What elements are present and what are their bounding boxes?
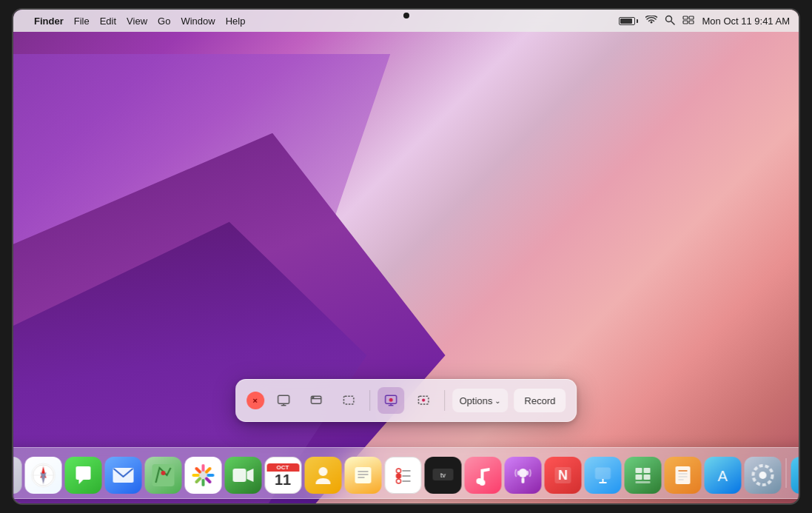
app-name[interactable]: Finder — [34, 16, 64, 27]
menu-go[interactable]: Go — [158, 16, 170, 27]
desktop: Finder File Edit View Go Window Help — [13, 10, 799, 503]
svg-rect-2 — [683, 16, 688, 19]
svg-point-55 — [396, 479, 400, 483]
search-icon[interactable] — [665, 15, 675, 27]
camera-notch — [403, 13, 409, 19]
screenshot-toolbar: × — [235, 379, 577, 422]
menu-edit[interactable]: Edit — [100, 16, 116, 27]
record-entire-screen-button[interactable] — [378, 387, 404, 414]
svg-rect-4 — [683, 21, 688, 24]
mac-frame: Finder File Edit View Go Window Help — [12, 8, 800, 505]
toolbar-separator-1 — [369, 390, 370, 411]
svg-rect-68 — [635, 468, 642, 473]
dock-app-music[interactable] — [464, 457, 501, 494]
datetime: Mon Oct 11 9:41 AM — [702, 16, 790, 27]
dock-app-facetime[interactable] — [224, 457, 261, 494]
battery-tip — [637, 19, 638, 23]
svg-rect-73 — [675, 466, 690, 484]
svg-text:N: N — [558, 468, 568, 483]
close-button[interactable]: × — [246, 392, 264, 409]
svg-point-16 — [389, 398, 392, 402]
svg-rect-3 — [689, 16, 694, 19]
svg-point-11 — [312, 397, 314, 398]
svg-text:tv: tv — [440, 472, 446, 479]
svg-marker-45 — [246, 469, 253, 482]
menubar-left: Finder File Edit View Go Window Help — [22, 16, 245, 27]
battery-icon — [619, 17, 638, 25]
capture-entire-screen-button[interactable] — [270, 387, 297, 414]
svg-point-61 — [518, 469, 527, 477]
dock-app-numbers[interactable] — [624, 457, 661, 494]
svg-rect-6 — [278, 395, 289, 403]
svg-point-79 — [759, 472, 766, 479]
dock-app-photos[interactable] — [184, 457, 221, 494]
dock-app-podcasts[interactable] — [504, 457, 541, 494]
svg-point-0 — [666, 16, 672, 21]
dock-app-calendar[interactable]: OCT 11 — [264, 457, 301, 494]
dock-app-contacts[interactable] — [304, 457, 341, 494]
svg-line-1 — [671, 21, 674, 24]
dock-app-appletv[interactable]: tv — [424, 457, 461, 494]
dock-app-mail[interactable] — [104, 457, 141, 494]
menubar-right: Mon Oct 11 9:41 AM — [619, 15, 790, 27]
dock-app-screentime[interactable] — [791, 457, 799, 494]
dock-separator — [785, 458, 786, 488]
dock-app-keynote[interactable] — [584, 457, 621, 494]
svg-point-18 — [422, 399, 425, 402]
svg-point-51 — [396, 469, 400, 473]
svg-rect-62 — [521, 477, 524, 483]
svg-rect-65 — [595, 468, 610, 479]
menu-window[interactable]: Window — [181, 16, 215, 27]
toolbar-separator-2 — [444, 390, 445, 411]
svg-rect-5 — [689, 21, 694, 24]
dock-app-reminders[interactable] — [384, 457, 421, 494]
svg-rect-47 — [355, 467, 371, 483]
options-label: Options — [460, 395, 493, 406]
dock: OCT 11 — [13, 447, 799, 499]
svg-rect-71 — [643, 475, 650, 480]
dock-app-appstore[interactable]: A — [704, 457, 741, 494]
dock-app-safari[interactable] — [24, 457, 61, 494]
options-button[interactable]: Options ⌄ — [452, 389, 509, 412]
wifi-icon — [645, 16, 657, 27]
svg-rect-44 — [232, 469, 246, 482]
svg-point-60 — [479, 480, 485, 486]
svg-text:A: A — [717, 468, 728, 484]
svg-rect-72 — [635, 481, 650, 483]
battery-fill — [620, 19, 631, 24]
dock-app-notes[interactable] — [344, 457, 381, 494]
svg-point-46 — [318, 467, 327, 476]
dock-app-messages[interactable] — [64, 457, 101, 494]
svg-rect-70 — [635, 475, 642, 480]
svg-rect-69 — [643, 468, 650, 473]
dock-app-news[interactable]: N — [544, 457, 581, 494]
battery-body — [619, 17, 635, 25]
dock-app-systemprefs[interactable] — [744, 457, 781, 494]
svg-point-53 — [396, 474, 400, 478]
control-center-icon[interactable] — [682, 16, 694, 27]
svg-point-42 — [161, 471, 165, 475]
capture-window-button[interactable] — [303, 387, 329, 414]
capture-selection-button[interactable] — [335, 387, 362, 414]
menu-view[interactable]: View — [127, 16, 147, 27]
menu-help[interactable]: Help — [226, 16, 246, 27]
dock-app-maps[interactable] — [144, 457, 181, 494]
dock-app-pages[interactable] — [664, 457, 701, 494]
record-button[interactable]: Record — [514, 389, 566, 412]
svg-rect-12 — [343, 396, 353, 404]
menu-file[interactable]: File — [74, 16, 90, 27]
dock-app-launchpad[interactable] — [13, 457, 21, 494]
record-selection-button[interactable] — [410, 387, 437, 414]
options-chevron-icon: ⌄ — [494, 397, 500, 405]
